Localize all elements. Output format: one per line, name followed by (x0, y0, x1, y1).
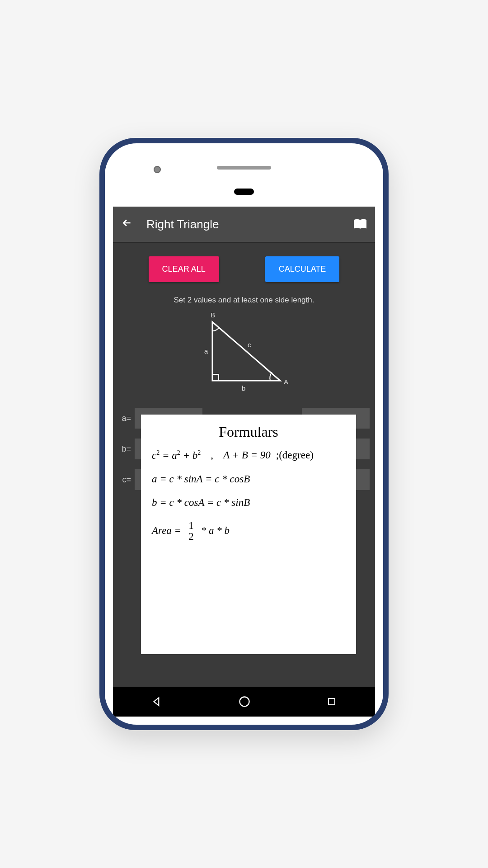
nav-home-icon[interactable] (238, 695, 251, 708)
camera-dot (154, 166, 161, 173)
page-title: Right Triangle (146, 217, 340, 231)
button-row: CLEAR ALL CALCULATE (113, 256, 375, 282)
book-icon[interactable] (353, 217, 367, 232)
app-bar: Right Triangle (113, 207, 375, 243)
vertex-b-label: B (211, 311, 215, 319)
nav-recent-icon[interactable] (326, 696, 337, 707)
label-b: b= (118, 444, 131, 454)
formulas-title: Formulars (152, 424, 345, 440)
svg-marker-0 (212, 322, 280, 381)
calculate-button[interactable]: CALCULATE (265, 256, 340, 282)
phone-frame: Right Triangle CLEAR ALL CALCULATE Set 2… (99, 138, 389, 730)
label-c: c= (118, 475, 131, 485)
formulas-popup: Formulars c2 = a2 + b2 , A + B = 90 ;(de… (141, 415, 356, 654)
phone-bezel: Right Triangle CLEAR ALL CALCULATE Set 2… (105, 143, 383, 725)
svg-rect-3 (328, 698, 335, 705)
android-nav-bar (113, 687, 375, 717)
formula-4: Area = 12 * a * b (152, 520, 345, 542)
triangle-diagram: B A a b c (113, 308, 375, 399)
label-a: a= (118, 414, 131, 423)
side-c-label: c (248, 341, 251, 349)
speaker-slot (217, 166, 271, 170)
svg-rect-1 (212, 374, 219, 381)
back-arrow-icon[interactable] (121, 217, 133, 232)
formula-2: a = c * sinA = c * cosB (152, 473, 345, 485)
nav-back-icon[interactable] (151, 696, 163, 708)
svg-point-2 (239, 697, 249, 707)
side-b-label: b (242, 384, 245, 392)
formula-1: c2 = a2 + b2 , A + B = 90 ;(degree) (152, 449, 345, 462)
formula-3: b = c * cosA = c * sinB (152, 497, 345, 509)
clear-all-button[interactable]: CLEAR ALL (149, 256, 219, 282)
instruction-text: Set 2 values and at least one side lengt… (113, 296, 375, 305)
sensor-pill (234, 189, 254, 195)
vertex-a-label: A (284, 378, 288, 386)
side-a-label: a (204, 347, 208, 355)
app-screen: Right Triangle CLEAR ALL CALCULATE Set 2… (113, 207, 375, 717)
